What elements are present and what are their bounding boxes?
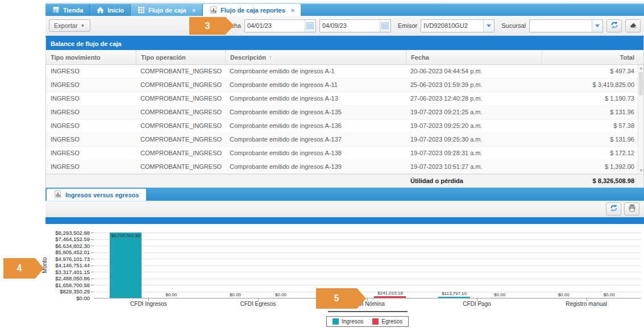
- combo-arrow-icon[interactable]: [483, 20, 494, 32]
- bar-slot: $8,293,502.88: [110, 233, 142, 298]
- emisor-combo: [421, 19, 495, 32]
- table-cell: INGRESO: [46, 147, 136, 160]
- table-cell: INGRESO: [46, 119, 136, 132]
- bar-group: $113,797.10$0.00: [422, 233, 532, 298]
- legend-swatch: [372, 318, 379, 325]
- table-row[interactable]: INGRESOCOMPROBANTE_INGRESOComprobante em…: [46, 160, 643, 174]
- bar-slot: $0.00: [219, 233, 251, 298]
- page: Tienda Inicio Flujo de caja × Flujo de: [0, 0, 644, 336]
- ingresos-egresos-chart: Monto $8,293,502.88$7,464,152.59$6,634,8…: [45, 224, 644, 336]
- tab-inicio[interactable]: Inicio: [90, 4, 131, 16]
- fecha-from-field: [244, 19, 316, 32]
- y-tick-label: $829,350.29: [45, 288, 90, 294]
- tab-ingresos-versus-egresos[interactable]: Ingresos versus egresos: [47, 189, 146, 201]
- tab-label: Tienda: [63, 7, 83, 14]
- tab-flujo-de-caja[interactable]: Flujo de caja ×: [131, 4, 202, 16]
- calendar-icon[interactable]: [305, 20, 315, 32]
- table-cell: 20-06-2023 04:44:54 p.m.: [406, 65, 542, 78]
- scrollbar-thumb[interactable]: [639, 72, 643, 96]
- table-cell: 19-07-2023 09:21:25 a.m.: [406, 106, 542, 119]
- bar-slot: $0.00: [593, 233, 625, 298]
- clear-filters-button[interactable]: [625, 19, 641, 32]
- eraser-icon: [629, 20, 638, 31]
- column-header-tipo-movimiento[interactable]: Tipo movimiento: [46, 50, 136, 64]
- table-row[interactable]: INGRESOCOMPROBANTE_INGRESOComprobante em…: [46, 147, 643, 160]
- legend-item-ingresos: Ingresos: [333, 318, 363, 325]
- scroll-down-icon[interactable]: [639, 169, 643, 172]
- table-row[interactable]: INGRESOCOMPROBANTE_INGRESOComprobante em…: [46, 106, 643, 119]
- app-window: Tienda Inicio Flujo de caja × Flujo de: [45, 3, 644, 336]
- balance-grid-panel: Balance de flujo de caja Tipo movimiento…: [45, 36, 644, 188]
- tab-label: Flujo de caja reportes: [221, 7, 285, 14]
- column-header-total[interactable]: Total: [542, 50, 643, 64]
- calendar-icon[interactable]: [380, 20, 390, 32]
- print-button[interactable]: [624, 202, 639, 215]
- combo-arrow-icon[interactable]: [592, 20, 603, 32]
- fecha-to-input[interactable]: [320, 20, 380, 31]
- table-cell: Comprobante emitido de ingresos A-1: [225, 65, 406, 78]
- tab-flujo-de-caja-reportes[interactable]: Flujo de caja reportes ×: [203, 4, 301, 16]
- y-tick-label: $7,464,152.59: [45, 236, 90, 242]
- chart-panel-header-bar: [45, 217, 644, 224]
- table-cell: COMPROBANTE_INGRESO: [136, 78, 225, 92]
- table-cell: $ 1,190.73: [542, 92, 643, 105]
- bar-egresos: [374, 296, 406, 298]
- table-row[interactable]: INGRESOCOMPROBANTE_INGRESOComprobante em…: [46, 78, 643, 92]
- bar-ingresos: [110, 233, 142, 298]
- table-row[interactable]: INGRESOCOMPROBANTE_INGRESOComprobante em…: [46, 92, 643, 106]
- bar-slot: $0.00: [484, 233, 516, 298]
- export-button[interactable]: Exportar ▼: [49, 19, 90, 32]
- column-header-tipo-operacion[interactable]: Tipo operación: [136, 50, 225, 64]
- x-category-label: Registro manual: [531, 301, 641, 307]
- value-label: $0.00: [604, 292, 615, 297]
- chart-refresh-button[interactable]: [606, 202, 621, 215]
- table-scrollbar[interactable]: [638, 65, 643, 174]
- table-cell: INGRESO: [46, 133, 136, 146]
- x-category-label: CFDI Pago: [422, 301, 532, 307]
- table-cell: INGRESO: [46, 92, 136, 105]
- table-cell: Comprobante emitido de ingresos A-13: [225, 92, 406, 105]
- scroll-up-icon[interactable]: [639, 67, 643, 69]
- grid-panel-title: Balance de flujo de caja: [46, 38, 643, 50]
- table-cell: COMPROBANTE_INGRESO: [136, 160, 225, 173]
- legend-swatch: [333, 318, 339, 325]
- table-cell: COMPROBANTE_INGRESO: [136, 147, 225, 160]
- tab-label: Ingresos versus egresos: [65, 192, 139, 198]
- chevron-down-icon: ▼: [81, 23, 85, 28]
- report-chart-icon: [209, 6, 218, 14]
- annotation-badge-4: 4: [3, 258, 35, 279]
- sucursal-input[interactable]: [530, 20, 592, 31]
- bar-group: $8,293,502.88$0.00: [94, 233, 203, 298]
- chart-toolbar: [45, 201, 644, 217]
- table-row[interactable]: INGRESOCOMPROBANTE_INGRESOComprobante em…: [46, 133, 643, 147]
- tab-tienda[interactable]: Tienda: [45, 4, 90, 16]
- table-cell: INGRESO: [46, 65, 136, 78]
- x-category-label: CFDI Ingresos: [94, 301, 203, 307]
- y-tick-label: $0.00: [45, 295, 90, 301]
- table-cell: COMPROBANTE_INGRESO: [136, 119, 225, 132]
- table-cell: 19-07-2023 09:25:20 a.m.: [406, 119, 542, 132]
- y-tick-label: $8,293,502.88: [45, 230, 90, 236]
- annotation-badge-5: 5: [316, 288, 357, 309]
- bar-slot: $0.00: [265, 233, 297, 298]
- bar-slot: $0.00: [548, 233, 580, 298]
- close-icon[interactable]: ×: [192, 7, 196, 13]
- printer-icon: [628, 204, 637, 214]
- chart-groups: $8,293,502.88$0.00$0.00$0.00$0.00$241,01…: [94, 233, 641, 298]
- table-cell: Comprobante emitido de ingresos A-139: [225, 160, 406, 173]
- fecha-from-input[interactable]: [245, 20, 305, 31]
- bar-ingresos: [438, 297, 470, 298]
- summary-label: Útilidad o pérdida: [406, 175, 542, 188]
- table-row[interactable]: INGRESOCOMPROBANTE_INGRESOComprobante em…: [46, 119, 643, 133]
- emisor-input[interactable]: [421, 20, 483, 31]
- column-header-fecha[interactable]: Fecha: [406, 50, 542, 64]
- table-cell: $ 131.96: [542, 106, 643, 119]
- close-icon[interactable]: ×: [291, 7, 294, 13]
- column-header-descripcion[interactable]: Descripción ↑: [225, 50, 406, 64]
- table-cell: INGRESO: [46, 106, 136, 119]
- grid-summary-row: Útilidad o pérdida $ 8,326,508.98: [46, 174, 643, 188]
- refresh-button[interactable]: [606, 19, 622, 32]
- table-row[interactable]: INGRESOCOMPROBANTE_INGRESOComprobante em…: [46, 65, 643, 78]
- emisor-label: Emisor: [398, 22, 417, 29]
- legend-label: Ingresos: [342, 318, 363, 325]
